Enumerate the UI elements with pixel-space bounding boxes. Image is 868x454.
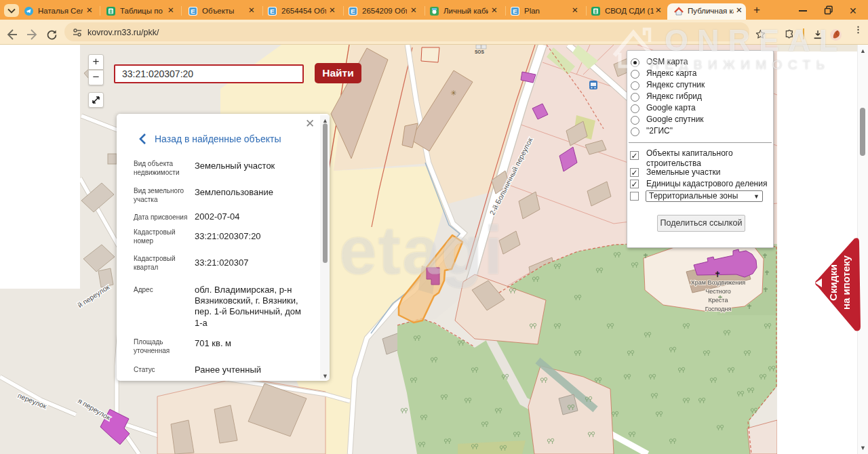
- svg-text:Господня: Господня: [705, 306, 732, 312]
- svg-text:Креста: Креста: [709, 297, 728, 304]
- svg-text:✝: ✝: [714, 270, 721, 279]
- svg-text:E: E: [351, 7, 355, 15]
- svg-text:Честного: Честного: [705, 288, 731, 295]
- svg-text:E: E: [191, 7, 195, 15]
- svg-text:Храм Воздвижения: Храм Воздвижения: [691, 279, 746, 286]
- svg-text:на ипотеку: на ипотеку: [840, 255, 852, 310]
- svg-text:SOS: SOS: [475, 49, 484, 54]
- svg-text:Скидки: Скидки: [827, 264, 839, 301]
- svg-text:E: E: [513, 7, 517, 15]
- svg-text:✳: ✳: [450, 89, 456, 97]
- svg-text:E: E: [270, 7, 274, 15]
